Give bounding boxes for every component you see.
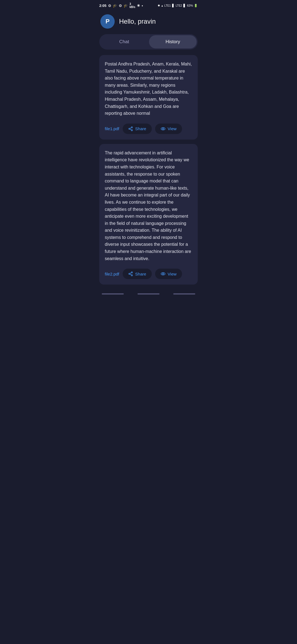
- card-1-view-label: View: [168, 126, 177, 131]
- card-2-share-button[interactable]: Share: [123, 269, 152, 279]
- card-2-view-button[interactable]: View: [155, 269, 182, 279]
- card-2: The rapid advancement in artificial inte…: [99, 144, 198, 285]
- lte2-icon: LTE2: [176, 4, 182, 7]
- greeting-text: Hello, pravin: [119, 18, 156, 25]
- share-icon: [128, 126, 133, 131]
- svg-point-12: [161, 273, 165, 275]
- status-left: 2:05 ⊙ 🎓 ⊙ 🎓 3kB/s ✳ •: [99, 2, 143, 9]
- svg-point-0: [131, 127, 133, 128]
- svg-point-9: [131, 275, 133, 276]
- tab-chat[interactable]: Chat: [100, 35, 148, 48]
- card-2-view-label: View: [168, 272, 177, 276]
- sparkle-icon: ✳: [137, 4, 140, 8]
- status-right: ✸ ▴ LTE1 ▋ LTE2 ▋ 63% 🔋: [158, 4, 198, 7]
- card-2-share-label: Share: [135, 272, 146, 276]
- svg-point-1: [129, 128, 130, 130]
- card-1-file-link[interactable]: file1.pdf: [105, 126, 119, 131]
- svg-line-3: [130, 129, 131, 130]
- status-bar: 2:05 ⊙ 🎓 ⊙ 🎓 3kB/s ✳ • ✸ ▴ LTE1 ▋ LTE2 ▋…: [95, 0, 202, 10]
- card-2-actions: file2.pdf Share View: [105, 269, 192, 279]
- bottom-line-2: [138, 293, 160, 294]
- svg-point-5: [161, 127, 165, 130]
- dot-icon: •: [142, 4, 143, 8]
- eye-icon: [161, 126, 166, 131]
- svg-point-7: [131, 272, 133, 273]
- card-1: Postal Andhra Pradesh, Anam, Kerala, Mah…: [99, 55, 198, 140]
- wifi-icon: ▴: [161, 4, 163, 7]
- bluetooth-icon: ✸: [158, 4, 160, 7]
- svg-line-4: [130, 128, 131, 129]
- bottom-line-3: [173, 293, 195, 294]
- share-icon-2: [128, 271, 133, 276]
- eye-icon-2: [161, 271, 166, 276]
- svg-line-10: [130, 274, 131, 275]
- school2-icon: 🎓: [123, 4, 128, 8]
- svg-point-2: [131, 130, 133, 131]
- card-1-view-button[interactable]: View: [155, 124, 182, 134]
- signal1-icon: ▋: [172, 4, 174, 7]
- svg-point-13: [162, 273, 164, 275]
- card-1-share-button[interactable]: Share: [123, 124, 152, 134]
- bottom-line-1: [102, 293, 124, 294]
- bottom-bar: [95, 290, 202, 297]
- battery-display: 63% 🔋: [187, 4, 198, 7]
- tab-bar: Chat History: [99, 34, 198, 50]
- card-2-text: The rapid advancement in artificial inte…: [105, 149, 192, 262]
- school-icon: 🎓: [113, 4, 117, 8]
- time-display: 2:05: [99, 4, 106, 8]
- kb-display: 3kB/s: [130, 2, 135, 9]
- svg-point-8: [129, 273, 130, 275]
- lte1-icon: LTE1: [164, 4, 171, 7]
- card-2-file-link[interactable]: file2.pdf: [105, 272, 119, 276]
- avatar: P: [100, 14, 115, 29]
- card-1-actions: file1.pdf Share View: [105, 124, 192, 134]
- content-area: Postal Andhra Pradesh, Anam, Kerala, Mah…: [95, 55, 202, 285]
- tab-history[interactable]: History: [149, 35, 197, 48]
- svg-point-6: [162, 128, 164, 130]
- header: P Hello, pravin: [95, 10, 202, 34]
- camera2-icon: ⊙: [119, 4, 122, 8]
- svg-line-11: [130, 273, 131, 274]
- card-1-text: Postal Andhra Pradesh, Anam, Kerala, Mah…: [105, 61, 192, 117]
- camera-icon: ⊙: [108, 4, 111, 8]
- card-1-share-label: Share: [135, 126, 146, 131]
- signal2-icon: ▋: [183, 4, 186, 7]
